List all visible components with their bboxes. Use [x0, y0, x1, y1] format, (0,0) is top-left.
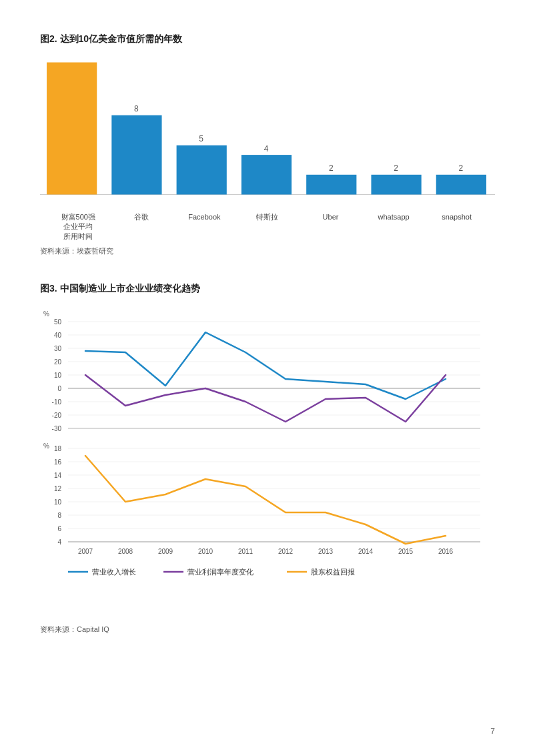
svg-text:股东权益回报: 股东权益回报 [311, 568, 355, 576]
svg-text:2009: 2009 [158, 548, 173, 555]
bar-label-1: 谷歌 [111, 212, 171, 241]
svg-rect-1 [47, 63, 97, 195]
chart1-source: 资料来源：埃森哲研究 [40, 246, 495, 256]
bar-chart-labels: 财富500强企业平均所用时间 谷歌 Facebook 特斯拉 Uber what… [40, 212, 495, 241]
bar-chart-area: 20 8 5 4 2 2 2 [40, 59, 495, 206]
svg-rect-5 [177, 145, 227, 195]
svg-text:4: 4 [264, 143, 269, 153]
svg-text:2014: 2014 [358, 548, 374, 555]
svg-rect-13 [436, 175, 486, 195]
bar-label-2: Facebook [174, 212, 234, 241]
chart2-title: 图3. 中国制造业上市企业业绩变化趋势 [40, 283, 495, 295]
svg-text:2012: 2012 [278, 548, 294, 555]
svg-text:%: % [43, 310, 49, 318]
svg-text:10: 10 [54, 498, 62, 506]
bar-label-0: 财富500强企业平均所用时间 [48, 212, 108, 241]
svg-text:8: 8 [134, 104, 139, 114]
svg-text:-20: -20 [52, 412, 62, 419]
svg-text:0: 0 [57, 385, 61, 392]
svg-rect-11 [371, 175, 421, 195]
chart1-section: 图2. 达到10亿美金市值所需的年数 20 8 5 4 2 [40, 33, 495, 256]
svg-text:10: 10 [54, 372, 62, 379]
svg-text:2011: 2011 [238, 548, 253, 555]
svg-text:8: 8 [57, 512, 61, 519]
svg-text:2008: 2008 [118, 548, 133, 555]
svg-text:2: 2 [394, 163, 398, 173]
svg-text:2: 2 [459, 163, 464, 173]
svg-text:2010: 2010 [198, 548, 213, 555]
svg-text:50: 50 [54, 318, 62, 326]
svg-text:2015: 2015 [398, 548, 414, 555]
svg-text:%: % [43, 442, 49, 450]
svg-text:12: 12 [54, 485, 62, 492]
svg-text:-30: -30 [52, 425, 62, 432]
svg-text:18: 18 [54, 445, 62, 452]
svg-rect-3 [111, 115, 161, 195]
bar-label-4: Uber [301, 212, 361, 241]
chart2-source: 资料来源：Capital IQ [40, 625, 495, 635]
svg-text:40: 40 [54, 332, 62, 339]
bar-label-6: snapshot [427, 212, 487, 241]
svg-text:2016: 2016 [438, 548, 454, 555]
svg-text:14: 14 [54, 472, 62, 479]
chart2-section: 图3. 中国制造业上市企业业绩变化趋势 % 50 40 30 20 [40, 283, 495, 635]
svg-text:4: 4 [57, 538, 61, 546]
bar-label-3: 特斯拉 [237, 212, 298, 241]
svg-text:2013: 2013 [318, 548, 334, 555]
page: 图2. 达到10亿美金市值所需的年数 20 8 5 4 2 [0, 0, 535, 756]
bar-chart-svg: 20 8 5 4 2 2 2 [40, 59, 495, 206]
svg-rect-9 [306, 175, 356, 195]
svg-text:营业利润率年度变化: 营业利润率年度变化 [187, 568, 253, 576]
line-chart-area: % 50 40 30 20 10 0 - [40, 308, 495, 618]
svg-text:营业收入增长: 营业收入增长 [92, 568, 136, 576]
chart1-title: 图2. 达到10亿美金市值所需的年数 [40, 33, 495, 45]
svg-text:6: 6 [57, 525, 61, 532]
svg-text:5: 5 [199, 134, 203, 144]
svg-text:2: 2 [329, 163, 334, 173]
svg-text:20: 20 [54, 358, 62, 366]
svg-rect-7 [241, 155, 292, 194]
line-chart-svg: % 50 40 30 20 10 0 - [40, 308, 494, 615]
page-number: 7 [490, 727, 495, 736]
svg-text:-10: -10 [52, 398, 62, 406]
bar-label-5: whatsapp [364, 212, 424, 241]
svg-text:30: 30 [54, 345, 62, 352]
svg-text:2007: 2007 [78, 548, 93, 555]
svg-text:16: 16 [54, 458, 62, 466]
svg-text:20: 20 [67, 59, 75, 59]
